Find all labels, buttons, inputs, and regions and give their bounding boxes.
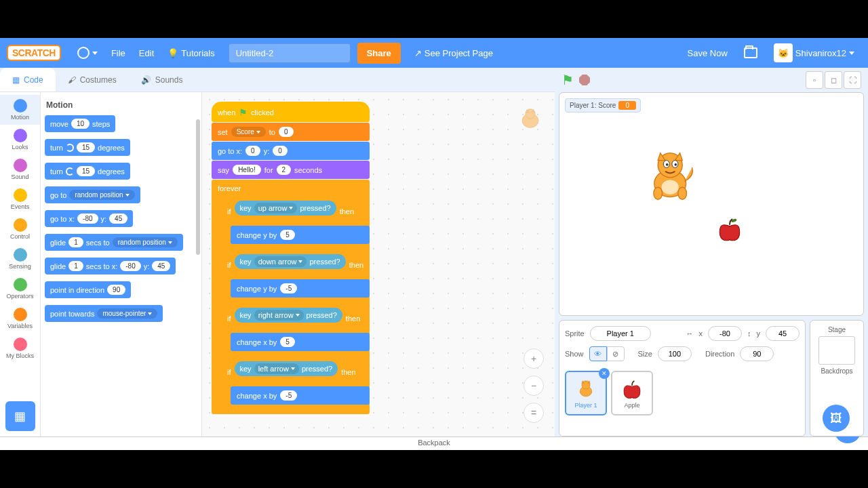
category-sound[interactable]: Sound — [0, 155, 40, 184]
variable-monitor[interactable]: Player 1: Score0 — [565, 98, 641, 113]
block-if-up[interactable]: ifkeyup arrowpressed?then change y by5 — [221, 196, 370, 249]
svg-point-10 — [666, 163, 669, 166]
category-events[interactable]: Events — [0, 184, 40, 214]
block-goto[interactable]: go torandom position — [45, 186, 140, 203]
block-goto-xy[interactable]: go to x:0y:0 — [212, 142, 370, 160]
category-my-blocks[interactable]: My Blocks — [0, 333, 40, 363]
add-extension-button[interactable]: ▦ — [5, 401, 35, 431]
block-set-variable[interactable]: setScoreto0 — [212, 123, 370, 141]
block-turn-cw[interactable]: turn15degrees — [45, 139, 130, 156]
block-when-flag-clicked[interactable]: when⚑clicked — [212, 102, 370, 122]
sprite-info-panel: Sprite ↔x ↕y Show 👁⊘ Size Direction — [559, 320, 806, 436]
sprite-card-player1[interactable]: Player 1 — [565, 371, 607, 415]
sprite-x-input[interactable] — [708, 326, 742, 341]
sprite-watermark — [517, 106, 544, 133]
category-operators[interactable]: Operators — [0, 274, 40, 304]
share-button[interactable]: Share — [357, 43, 401, 64]
block-palette: Motion move10steps turn15degrees turn15d… — [41, 92, 202, 436]
workspace: when⚑clicked setScoreto0 go to x:0y:0 sa… — [202, 92, 555, 436]
chevron-down-icon — [849, 52, 854, 55]
file-menu[interactable]: File — [111, 48, 125, 58]
block-glide-xy[interactable]: glide1secs to x:-80y:45 — [45, 258, 176, 274]
sprite-apple-on-stage[interactable] — [715, 215, 744, 243]
hide-sprite-button[interactable]: ⊘ — [607, 346, 625, 361]
mystuff-icon[interactable] — [744, 47, 757, 58]
block-if-left[interactable]: ifkeyleft arrowpressed?then change x by-… — [221, 357, 370, 409]
brush-icon: 🖌 — [68, 75, 76, 85]
block-say-for-secs[interactable]: sayHello!for2seconds — [212, 161, 370, 179]
svg-point-5 — [662, 180, 679, 195]
block-forever[interactable]: forever ifkeyup arrowpressed?then change… — [212, 180, 370, 414]
svg-point-13 — [654, 187, 663, 199]
block-change-y[interactable]: change y by5 — [231, 226, 370, 244]
stage-selector: Stage Backdrops 🖼 — [810, 320, 864, 436]
sprite-name-input[interactable] — [590, 326, 651, 341]
category-column: MotionLooksSoundEventsControlSensingOper… — [0, 92, 41, 436]
turn-ccw-icon — [66, 167, 74, 176]
save-now[interactable]: Save Now — [688, 48, 728, 58]
sprite-player1-on-stage[interactable] — [641, 146, 702, 207]
stage[interactable]: Player 1: Score0 — [559, 92, 864, 316]
zoom-in-button[interactable]: + — [524, 348, 544, 369]
tutorials-button[interactable]: 💡Tutorials — [167, 48, 214, 58]
sprite-size-input[interactable] — [658, 346, 692, 361]
lightbulb-icon: 💡 — [167, 48, 178, 58]
block-turn-ccw[interactable]: turn15degrees — [45, 163, 130, 180]
account-menu[interactable]: 🐱 Shivanirox12 — [774, 43, 854, 62]
category-looks[interactable]: Looks — [0, 125, 40, 155]
block-glide-to[interactable]: glide1secs torandom position — [45, 234, 183, 251]
avatar: 🐱 — [774, 43, 793, 62]
scratch-logo[interactable]: SCRATCH — [7, 45, 61, 61]
tab-code[interactable]: ▦Code — [0, 68, 56, 92]
edit-menu[interactable]: Edit — [139, 48, 154, 58]
green-flag-button[interactable]: ⚑ — [561, 72, 574, 88]
sprite-card-apple[interactable]: Apple — [611, 371, 653, 415]
category-control[interactable]: Control — [0, 214, 40, 244]
chevron-down-icon — [92, 52, 98, 55]
external-icon: ↗ — [414, 48, 422, 58]
category-variables[interactable]: Variables — [0, 304, 40, 333]
flag-icon: ⚑ — [239, 107, 248, 118]
category-sensing[interactable]: Sensing — [0, 244, 40, 274]
fullscreen-button[interactable]: ⛶ — [844, 71, 861, 89]
menubar: SCRATCH File Edit 💡Tutorials Share ↗See … — [0, 38, 868, 68]
block-change-x[interactable]: change x by-5 — [231, 386, 370, 405]
sprite-label: Sprite — [565, 329, 585, 338]
code-icon: ▦ — [12, 75, 20, 85]
project-title-input[interactable] — [229, 43, 351, 63]
tab-sounds[interactable]: 🔊Sounds — [129, 68, 195, 92]
large-stage-button[interactable]: ◻ — [825, 71, 842, 89]
backpack[interactable]: Backpack — [0, 436, 868, 450]
block-if-right[interactable]: ifkeyright arrowpressed?then change x by… — [221, 303, 370, 356]
add-backdrop-button[interactable]: 🖼 — [823, 405, 850, 432]
globe-icon — [77, 47, 90, 59]
block-change-x[interactable]: change x by5 — [231, 333, 370, 351]
small-stage-button[interactable]: ▫ — [806, 71, 823, 89]
turn-cw-icon — [66, 144, 74, 152]
block-goto-xy[interactable]: go to x:-80y:45 — [45, 210, 133, 227]
tab-costumes[interactable]: 🖌Costumes — [56, 68, 129, 92]
block-point-towards[interactable]: point towardsmouse-pointer — [45, 305, 163, 322]
block-if-down[interactable]: ifkeydown arrowpressed?then change y by-… — [221, 249, 370, 302]
language-menu[interactable] — [77, 47, 98, 59]
see-project-page[interactable]: ↗See Project Page — [414, 48, 493, 58]
zoom-out-button[interactable]: − — [524, 375, 544, 396]
stage-thumbnail[interactable] — [818, 336, 855, 365]
category-motion[interactable]: Motion — [0, 95, 40, 125]
stop-button[interactable] — [579, 75, 590, 85]
block-move-steps[interactable]: move10steps — [45, 115, 115, 132]
script-stack[interactable]: when⚑clicked setScoreto0 go to x:0y:0 sa… — [212, 102, 370, 415]
sprite-y-input[interactable] — [766, 326, 800, 341]
show-sprite-button[interactable]: 👁 — [589, 346, 607, 361]
block-change-y[interactable]: change y by-5 — [231, 279, 370, 298]
block-point-direction[interactable]: point in direction90 — [45, 281, 131, 298]
sound-icon: 🔊 — [141, 75, 151, 85]
svg-point-14 — [678, 187, 687, 199]
svg-point-12 — [675, 163, 677, 166]
zoom-reset-button[interactable]: = — [524, 403, 544, 423]
sprite-direction-input[interactable] — [740, 346, 774, 361]
palette-heading: Motion — [46, 100, 197, 110]
